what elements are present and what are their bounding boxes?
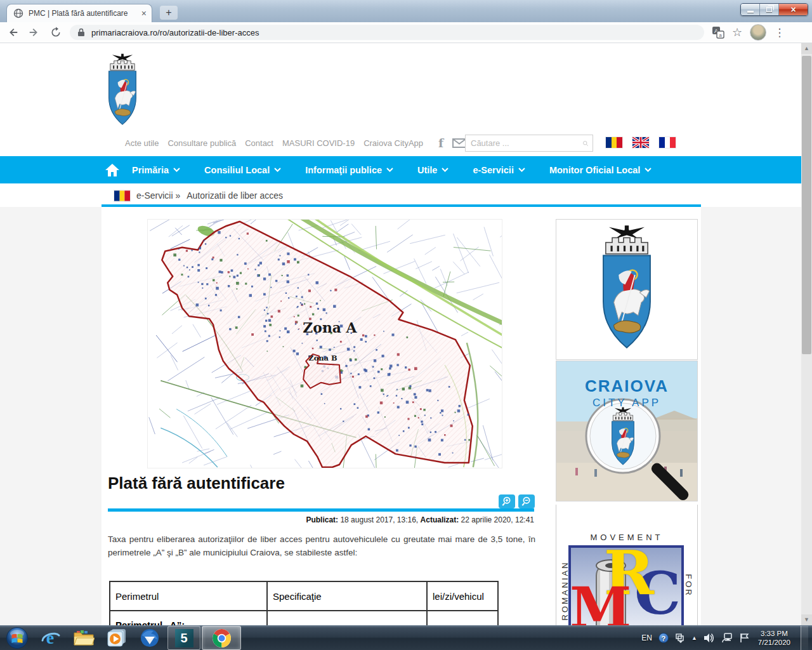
zoom-out-button[interactable] bbox=[518, 494, 535, 508]
window-controls: × bbox=[740, 3, 808, 16]
nav-item-e-servicii[interactable]: e-Servicii bbox=[461, 165, 537, 175]
new-tab-button[interactable]: + bbox=[160, 6, 178, 20]
zoom-out-icon bbox=[521, 496, 532, 507]
zone-a-label: Zona A bbox=[303, 319, 357, 336]
breadcrumb-current: Autorizatii de liber acces bbox=[187, 190, 283, 201]
close-button[interactable]: × bbox=[779, 4, 808, 15]
updated-value: 22 aprilie 2020, 12:41 bbox=[459, 515, 534, 524]
taskbar-chrome[interactable] bbox=[202, 626, 241, 650]
bookmark-star-icon[interactable]: ☆ bbox=[732, 25, 742, 39]
profile-avatar[interactable] bbox=[750, 24, 766, 41]
search-box bbox=[465, 135, 593, 152]
english-flag-icon[interactable] bbox=[632, 137, 649, 148]
media-player-icon bbox=[107, 628, 127, 648]
breadcrumb-flag-icon bbox=[114, 190, 130, 201]
nav-item-monitor-oficial[interactable]: Monitor Oficial Local bbox=[537, 165, 664, 175]
address-bar[interactable]: primariacraiova.ro/ro/autorizatii-de-lib… bbox=[70, 25, 704, 40]
language-indicator[interactable]: EN bbox=[641, 633, 652, 642]
search-icon[interactable] bbox=[582, 137, 589, 150]
tray-date: 7/21/2020 bbox=[758, 638, 790, 647]
show-desktop-button[interactable] bbox=[801, 626, 808, 650]
zone-map-image: Zona A Zona B bbox=[147, 219, 502, 468]
taskbar-internet-explorer[interactable]: e bbox=[34, 626, 67, 650]
translate-icon[interactable]: A a bbox=[712, 26, 724, 39]
breadcrumb: e-Servicii » Autorizatii de liber acces bbox=[114, 188, 283, 203]
email-icon[interactable] bbox=[452, 138, 466, 148]
url-text: primariacraiova.ro/ro/autorizatii-de-lib… bbox=[91, 28, 259, 37]
reload-icon bbox=[50, 27, 62, 38]
nav-label: Monitor Oficial Local bbox=[549, 165, 640, 175]
nav-item-utile[interactable]: Utile bbox=[405, 165, 461, 175]
svg-text:e: e bbox=[46, 628, 54, 647]
start-button[interactable] bbox=[0, 626, 34, 650]
tab-close-icon[interactable]: × bbox=[141, 9, 147, 18]
reload-button[interactable] bbox=[47, 23, 65, 41]
thunderbird-icon bbox=[140, 628, 160, 648]
minimize-button[interactable] bbox=[741, 4, 760, 15]
window-switcher-icon[interactable] bbox=[675, 633, 685, 643]
chevron-down-icon bbox=[518, 168, 525, 172]
taskbar-app-5[interactable]: 5 bbox=[167, 626, 200, 650]
scrollbar-thumb[interactable] bbox=[802, 56, 811, 354]
zoom-in-icon bbox=[501, 496, 513, 507]
vertical-scrollbar[interactable]: ▲ ▼ bbox=[801, 43, 812, 625]
craiova-coat-of-arms-logo[interactable] bbox=[98, 53, 147, 128]
action-center-flag-icon[interactable] bbox=[740, 633, 749, 643]
mrc-for-text: FOR bbox=[684, 567, 693, 605]
cityapp-title: CRAIOVA bbox=[556, 376, 697, 396]
utility-link-acte-utile[interactable]: Acte utile bbox=[125, 138, 159, 148]
taskbar-thunderbird[interactable] bbox=[133, 626, 166, 650]
network-icon[interactable] bbox=[721, 633, 733, 643]
facebook-icon[interactable]: f bbox=[438, 136, 443, 150]
folder-icon bbox=[73, 629, 95, 647]
browser-menu-icon[interactable]: ⋮ bbox=[774, 26, 785, 39]
french-flag-icon[interactable] bbox=[659, 137, 676, 148]
home-icon[interactable] bbox=[105, 163, 120, 177]
zoom-in-button[interactable] bbox=[499, 494, 515, 508]
tray-time: 3:33 PM bbox=[758, 629, 790, 638]
language-help-icon[interactable]: ? bbox=[658, 633, 669, 643]
browser-toolbar: primariacraiova.ro/ro/autorizatii-de-lib… bbox=[0, 22, 812, 43]
romanian-flag-icon[interactable] bbox=[606, 137, 622, 148]
restore-button[interactable] bbox=[760, 4, 779, 15]
updated-label: Actualizat: bbox=[421, 515, 459, 524]
published-label: Publicat: bbox=[306, 515, 338, 524]
nav-label: Primăria bbox=[132, 165, 169, 175]
utility-link-masuri-covid[interactable]: MASURI COVID-19 bbox=[282, 138, 355, 148]
nav-item-consiliul-local[interactable]: Consiliul Local bbox=[192, 165, 293, 175]
utility-link-consultare-publica[interactable]: Consultare publică bbox=[167, 138, 236, 148]
zone-b-label: Zona B bbox=[308, 354, 337, 362]
volume-icon[interactable] bbox=[704, 633, 715, 643]
clock[interactable]: 3:33 PM 7/21/2020 bbox=[758, 629, 790, 647]
forward-button[interactable] bbox=[25, 23, 43, 41]
coat-of-arms-image bbox=[584, 225, 670, 354]
nav-label: Informaţii publice bbox=[305, 165, 382, 175]
minimize-icon bbox=[747, 11, 754, 13]
nav-item-primaria[interactable]: Primăria bbox=[120, 165, 192, 175]
chevron-down-icon bbox=[173, 168, 180, 172]
sidebar-coat-of-arms-banner[interactable] bbox=[556, 219, 698, 360]
taskbar-media-player[interactable] bbox=[100, 626, 133, 650]
utility-link-cityapp[interactable]: Craiova CityApp bbox=[363, 138, 423, 148]
chrome-icon bbox=[212, 628, 232, 648]
scroll-up-arrow[interactable]: ▲ bbox=[801, 43, 812, 54]
search-input[interactable] bbox=[466, 138, 582, 148]
nav-label: Utile bbox=[417, 165, 437, 175]
globe-favicon-icon bbox=[13, 8, 23, 18]
back-button[interactable] bbox=[4, 23, 22, 41]
browser-tab[interactable]: PMC | Plată fără autentificare × bbox=[6, 4, 152, 22]
internet-explorer-icon: e bbox=[41, 628, 61, 648]
tab-title: PMC | Plată fără autentificare bbox=[29, 9, 128, 18]
utility-link-contact[interactable]: Contact bbox=[245, 138, 273, 148]
col-header-lei: lei/zi/vehicul bbox=[427, 581, 498, 611]
table-header-row: Perimetrul Specificaţie lei/zi/vehicul bbox=[110, 581, 498, 611]
sidebar-cityapp-banner[interactable]: CRAIOVA CITY APP bbox=[556, 361, 698, 501]
taskbar-file-explorer[interactable] bbox=[67, 626, 100, 650]
scroll-down-arrow[interactable]: ▼ bbox=[801, 614, 812, 625]
breadcrumb-parent[interactable]: e-Servicii » bbox=[136, 190, 180, 201]
show-hidden-icons[interactable]: ▲ bbox=[691, 635, 697, 641]
main-nav-bar: Primăria Consiliul Local Informaţii publ… bbox=[0, 156, 801, 183]
nav-label: e-Servicii bbox=[473, 165, 514, 175]
language-flags bbox=[606, 137, 676, 148]
nav-item-informatii-publice[interactable]: Informaţii publice bbox=[293, 165, 405, 175]
